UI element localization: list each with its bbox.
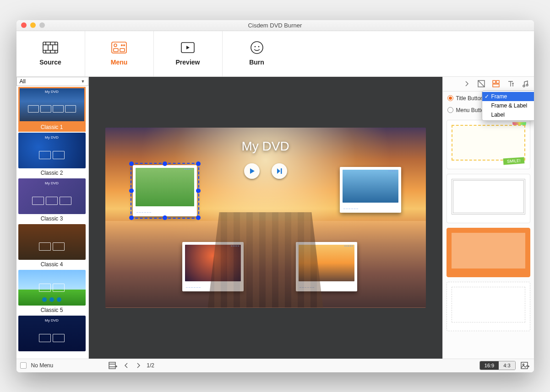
prev-page-button[interactable]: [121, 361, 131, 370]
dropdown-option[interactable]: Frame: [482, 92, 534, 101]
next-page-button[interactable]: [134, 361, 144, 370]
text-tab-icon[interactable]: [506, 80, 515, 88]
resize-handle[interactable]: [196, 188, 201, 193]
template-thumb: [18, 270, 86, 306]
svg-rect-24: [281, 168, 282, 174]
title-button-clip[interactable]: ▪▪▪▪▪~~~~~~: [182, 242, 244, 291]
svg-point-19: [251, 42, 263, 54]
svg-line-26: [478, 81, 485, 87]
template-label: [18, 351, 86, 354]
add-page-button[interactable]: [108, 361, 118, 370]
dropdown-option[interactable]: Label: [482, 110, 534, 119]
footer-bar: No Menu 1/2 16:9 4:3: [16, 359, 534, 372]
svg-point-34: [523, 85, 525, 87]
svg-marker-22: [250, 168, 255, 174]
canvas-area: My DVD ▪▪▪▪▪~~~~~~ ▪▪▪▪▪~~~~~~ ▪▪▪▪▪~~~~…: [89, 77, 442, 359]
template-item[interactable]: My DVD: [18, 316, 86, 354]
no-menu-checkbox[interactable]: [20, 362, 27, 369]
svg-point-20: [254, 46, 256, 48]
main-toolbar: Source Menu Preview Burn: [16, 31, 534, 77]
template-item[interactable]: Classic 5: [18, 270, 86, 315]
template-label: Classic 5: [18, 306, 86, 315]
template-thumb: My DVD: [18, 178, 86, 214]
resize-handle[interactable]: [196, 215, 201, 220]
collapse-button[interactable]: [463, 80, 471, 88]
play-rect-icon: [180, 41, 196, 54]
frame-item[interactable]: [447, 228, 530, 277]
dropdown-option[interactable]: Frame & Label: [482, 101, 534, 110]
background-tab-icon[interactable]: [477, 80, 485, 88]
svg-point-12: [114, 44, 117, 47]
frame-item[interactable]: [447, 282, 530, 331]
resize-handle[interactable]: [196, 161, 201, 166]
frame-tab-icon[interactable]: [492, 80, 500, 88]
tab-source[interactable]: Source: [16, 31, 85, 76]
template-item[interactable]: Classic 4: [18, 224, 86, 269]
template-thumb: My DVD: [18, 316, 86, 351]
template-item[interactable]: My DVD Classic 3: [18, 178, 86, 223]
page-indicator: 1/2: [147, 362, 154, 369]
template-filter-select[interactable]: All ▼: [16, 77, 88, 86]
template-thumb: [18, 224, 86, 260]
tab-label: Burn: [249, 59, 264, 66]
template-list[interactable]: My DVD Classic 1 My DVD Classic 2 My DVD: [16, 86, 88, 359]
frame-item[interactable]: [447, 174, 530, 223]
svg-point-35: [526, 84, 528, 86]
tab-menu[interactable]: Menu: [85, 31, 154, 76]
aspect-4-3[interactable]: 4:3: [499, 361, 515, 370]
background-image-button[interactable]: [520, 361, 530, 370]
frame-list[interactable]: [443, 117, 534, 359]
svg-rect-29: [493, 84, 499, 87]
svg-rect-36: [109, 362, 115, 369]
svg-rect-28: [496, 81, 499, 83]
svg-marker-23: [277, 168, 280, 174]
main-area: All ▼ My DVD Classic 1 My DVD Classic: [16, 77, 534, 359]
resize-handle[interactable]: [129, 188, 134, 193]
selection-frame[interactable]: [131, 163, 199, 219]
play-button[interactable]: [244, 163, 260, 179]
frame-item[interactable]: [447, 120, 530, 169]
title-button-clip[interactable]: ▪▪▪▪▪~~~~~~: [340, 167, 401, 213]
svg-rect-41: [521, 362, 528, 369]
stage-wrap: My DVD ▪▪▪▪▪~~~~~~ ▪▪▪▪▪~~~~~~ ▪▪▪▪▪~~~~…: [89, 77, 442, 359]
filmstrip-icon: [43, 41, 58, 54]
template-label: Classic 3: [18, 214, 86, 223]
window-title: Cisdem DVD Burner: [16, 22, 534, 29]
filter-value: All: [20, 78, 26, 85]
tab-label: Preview: [176, 59, 200, 66]
resize-handle[interactable]: [129, 215, 134, 220]
svg-point-13: [121, 45, 123, 46]
inspector-panel: Title Button Menu Button Frame Frame & L…: [442, 77, 534, 359]
resize-handle[interactable]: [129, 161, 134, 166]
tab-preview[interactable]: Preview: [154, 31, 223, 76]
frame-style-dropdown[interactable]: Frame Frame & Label Label: [482, 91, 534, 121]
menu-stage[interactable]: My DVD ▪▪▪▪▪~~~~~~ ▪▪▪▪▪~~~~~~ ▪▪▪▪▪~~~~…: [105, 128, 426, 308]
aspect-ratio-toggle[interactable]: 16:9 4:3: [479, 361, 516, 370]
title-button-clip[interactable]: ▪▪▪▪▪~~~~~~: [296, 242, 357, 291]
template-panel: All ▼ My DVD Classic 1 My DVD Classic: [16, 77, 89, 359]
svg-rect-16: [120, 48, 125, 52]
app-window: Cisdem DVD Burner Source Menu Preview B: [16, 20, 534, 372]
dvd-title[interactable]: My DVD: [105, 139, 426, 154]
titlebar: Cisdem DVD Burner: [16, 20, 534, 31]
music-tab-icon[interactable]: [521, 80, 529, 88]
template-thumb: My DVD: [18, 87, 86, 123]
template-thumb: My DVD: [18, 133, 86, 168]
template-label: Classic 1: [18, 123, 86, 132]
aspect-16-9[interactable]: 16:9: [480, 361, 499, 370]
svg-point-21: [258, 46, 259, 48]
disc-icon: [249, 41, 265, 54]
resize-handle[interactable]: [163, 215, 167, 220]
template-label: Classic 4: [18, 260, 86, 269]
resize-handle[interactable]: [163, 161, 167, 166]
svg-marker-18: [186, 46, 190, 49]
menu-layout-icon: [111, 41, 127, 54]
tab-label: Source: [39, 59, 61, 66]
radio-icon: [447, 107, 453, 113]
chevron-down-icon: ▼: [81, 79, 85, 84]
tab-label: Menu: [111, 59, 128, 66]
tab-burn[interactable]: Burn: [223, 31, 291, 76]
next-button[interactable]: [272, 163, 287, 179]
template-item[interactable]: My DVD Classic 1: [18, 87, 86, 132]
template-item[interactable]: My DVD Classic 2: [18, 133, 86, 177]
